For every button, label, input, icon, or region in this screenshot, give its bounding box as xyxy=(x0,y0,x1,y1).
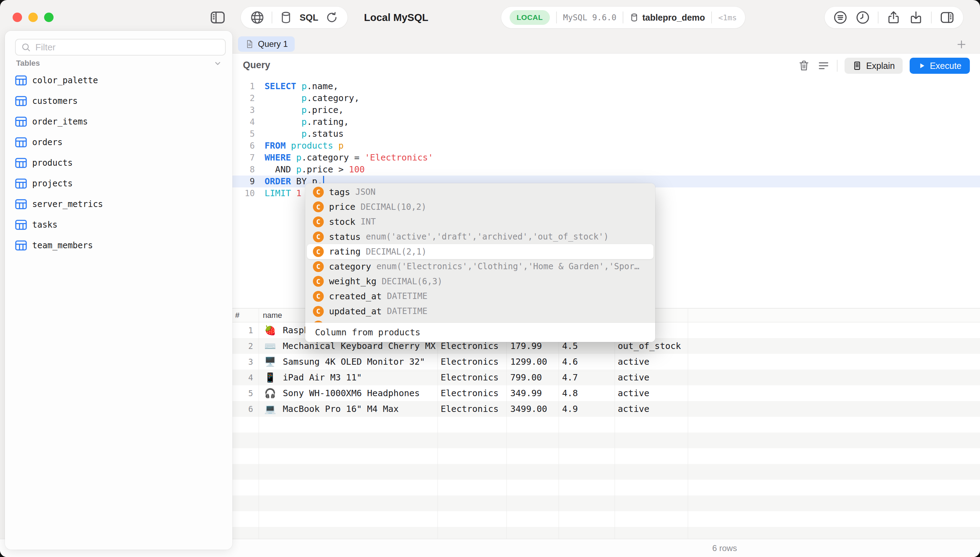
column-type: enum('Electronics','Clothing','Home & Ga… xyxy=(376,262,639,271)
editor-line-6[interactable]: 6FROM products p xyxy=(232,140,980,152)
sidebar-item-server_metrics[interactable]: server_metrics xyxy=(5,194,232,214)
right-panel-toggle-icon[interactable] xyxy=(939,10,955,25)
query-list-icon[interactable] xyxy=(833,10,848,25)
editor-line-7[interactable]: 7WHERE p.category = 'Electronics' xyxy=(232,152,980,164)
autocomplete-item-stock[interactable]: CstockINT xyxy=(305,214,655,230)
editor-line-2[interactable]: 2 p.category, xyxy=(232,92,980,104)
close-button[interactable] xyxy=(13,13,22,22)
globe-icon[interactable] xyxy=(250,10,265,25)
autocomplete-item-tags[interactable]: CtagsJSON xyxy=(305,185,655,200)
share-icon[interactable] xyxy=(886,10,901,25)
column-divider[interactable] xyxy=(559,308,559,539)
table-icon xyxy=(15,116,27,127)
column-name: created_at xyxy=(329,291,382,301)
add-tab-button[interactable] xyxy=(956,39,967,50)
product-name: iPad Air M3 11" xyxy=(283,372,362,383)
autocomplete-item-category[interactable]: Ccategoryenum('Electronics','Clothing','… xyxy=(305,259,655,274)
table-name-label: server_metrics xyxy=(32,199,103,209)
empty-row xyxy=(232,527,980,539)
autocomplete-item-status[interactable]: Cstatusenum('active','draft','archived',… xyxy=(305,230,655,244)
cell-name: 🎧Sony WH-1000XM6 Headphones xyxy=(259,388,438,398)
table-name-label: products xyxy=(32,158,73,168)
code-text: AND p.price > 100 xyxy=(262,164,365,176)
cell-category: Electronics xyxy=(438,357,506,367)
row-number: 3 xyxy=(232,357,259,366)
column-header-index[interactable]: # xyxy=(232,311,259,320)
empty-row xyxy=(232,433,980,448)
editor-line-5[interactable]: 5 p.status xyxy=(232,128,980,140)
empty-row xyxy=(232,480,980,495)
explain-button[interactable]: Explain xyxy=(844,58,903,74)
editor-line-8[interactable]: 8 AND p.price > 100 xyxy=(232,164,980,176)
table-icon xyxy=(15,96,27,106)
cell-category: Electronics xyxy=(438,388,506,398)
trash-icon[interactable] xyxy=(798,59,810,72)
table-row-5[interactable]: 5🎧Sony WH-1000XM6 HeadphonesElectronics3… xyxy=(232,385,980,401)
cell-rating: 4.8 xyxy=(559,388,614,398)
editor-line-4[interactable]: 4 p.rating, xyxy=(232,116,980,128)
column-divider[interactable] xyxy=(506,308,507,539)
column-badge-icon: C xyxy=(313,231,324,242)
sidebar-item-team_members[interactable]: team_members xyxy=(5,235,232,256)
export-icon[interactable] xyxy=(908,10,923,25)
sidebar-item-products[interactable]: products xyxy=(5,153,232,173)
table-name-label: tasks xyxy=(32,220,57,230)
chevron-down-icon[interactable] xyxy=(213,59,222,68)
divider xyxy=(271,11,272,23)
minimize-button[interactable] xyxy=(28,13,38,22)
table-row-3[interactable]: 3🖥️Samsung 4K OLED Monitor 32"Electronic… xyxy=(232,354,980,370)
database-icon[interactable] xyxy=(279,10,292,24)
autocomplete-item-updated_at[interactable]: Cupdated_atDATETIME xyxy=(305,304,655,319)
refresh-icon[interactable] xyxy=(325,10,338,24)
cell-name: 📱iPad Air M3 11" xyxy=(259,372,438,383)
column-type: INT xyxy=(361,217,376,226)
column-divider[interactable] xyxy=(614,308,615,539)
table-name-label: color_palette xyxy=(32,75,98,85)
sidebar-item-orders[interactable]: orders xyxy=(5,132,232,153)
row-number: 5 xyxy=(232,389,259,398)
code-text: p.rating, xyxy=(262,116,349,128)
tables-list: color_palettecustomersorder_itemsordersp… xyxy=(5,70,232,256)
traffic-lights xyxy=(13,13,54,22)
table-row-4[interactable]: 4📱iPad Air M3 11"Electronics799.004.7act… xyxy=(232,370,980,385)
column-name: tags xyxy=(329,187,350,197)
row-number: 6 xyxy=(232,404,259,414)
cell-status: active xyxy=(614,404,688,414)
sql-editor[interactable]: 1SELECT p.name,2 p.category,3 p.price,4 … xyxy=(232,80,980,199)
table-row-6[interactable]: 6💻MacBook Pro 16" M4 MaxElectronics3499.… xyxy=(232,401,980,417)
sql-mode-label[interactable]: SQL xyxy=(300,12,318,23)
column-name: price xyxy=(329,202,355,212)
column-divider xyxy=(259,308,259,539)
column-divider[interactable] xyxy=(438,308,438,539)
column-badge-icon: C xyxy=(313,291,324,302)
database-selector[interactable]: tablepro_demo xyxy=(630,13,705,23)
line-number: 4 xyxy=(232,116,262,128)
sidebar-item-tasks[interactable]: tasks xyxy=(5,214,232,235)
sidebar-item-order_items[interactable]: order_items xyxy=(5,111,232,132)
execute-button[interactable]: Execute xyxy=(910,58,970,74)
cell-rating: 4.9 xyxy=(559,404,614,414)
editor-line-1[interactable]: 1SELECT p.name, xyxy=(232,80,980,92)
history-icon[interactable] xyxy=(856,10,870,25)
sidebar-toggle-icon[interactable] xyxy=(209,10,226,26)
product-name: MacBook Pro 16" M4 Max xyxy=(283,404,399,414)
code-text: LIMIT 1 xyxy=(262,187,301,199)
cell-category: Electronics xyxy=(438,341,506,351)
sidebar-item-color_palette[interactable]: color_palette xyxy=(5,70,232,91)
autocomplete-item-created_at[interactable]: Ccreated_atDATETIME xyxy=(305,289,655,304)
cell-status: active xyxy=(614,357,688,367)
zoom-button[interactable] xyxy=(44,13,54,22)
format-query-icon[interactable] xyxy=(817,59,830,72)
autocomplete-hint: Column from products xyxy=(305,322,655,342)
sidebar-item-customers[interactable]: customers xyxy=(5,91,232,111)
column-type: JSON xyxy=(355,187,376,197)
editor-line-3[interactable]: 3 p.price, xyxy=(232,104,980,116)
autocomplete-item-price[interactable]: CpriceDECIMAL(10,2) xyxy=(305,200,655,215)
autocomplete-item-rating[interactable]: CratingDECIMAL(2,1) xyxy=(307,244,653,259)
tables-section-header[interactable]: Tables xyxy=(16,58,222,68)
autocomplete-item-weight_kg[interactable]: Cweight_kgDECIMAL(6,3) xyxy=(305,274,655,289)
execute-label: Execute xyxy=(930,61,962,71)
filter-input[interactable] xyxy=(35,42,220,53)
sidebar-item-projects[interactable]: projects xyxy=(5,173,232,194)
tab-query-1[interactable]: Query 1 xyxy=(238,36,295,52)
